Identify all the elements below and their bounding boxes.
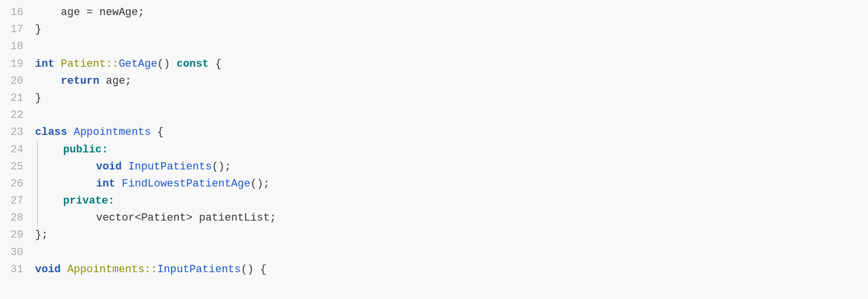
token-text-normal (122, 158, 128, 175)
code-editor: 16171819202122232425262728293031 age = n… (0, 0, 868, 299)
code-line (35, 244, 868, 261)
token-text-normal (61, 261, 67, 278)
code-line: int FindLowestPatientAge(); (35, 175, 868, 192)
token-indent2 (37, 158, 96, 175)
line-number: 31 (8, 261, 27, 278)
line-number: 22 (8, 107, 27, 124)
token-fn-blue: InputPatients (128, 158, 212, 175)
line-number: 18 (8, 38, 27, 55)
token-fn-blue: InputPatients (157, 261, 241, 278)
token-kw-olive: Appointments:: (67, 261, 157, 278)
line-number: 25 (8, 158, 27, 175)
token-kw-teal: private: (63, 192, 115, 209)
code-line: void Appointments::InputPatients() { (35, 261, 868, 278)
line-number: 24 (8, 141, 27, 158)
token-text-normal: vector<Patient> patientList; (96, 209, 276, 226)
token-indent1 (37, 141, 63, 158)
token-text-normal: age = newAge; (61, 4, 145, 21)
line-number: 19 (8, 56, 27, 73)
token-fn-blue: Appointments (74, 124, 151, 141)
token-indent1 (35, 73, 61, 90)
token-text-normal: () (157, 56, 177, 73)
code-line: private: (35, 192, 868, 209)
token-text-normal: () { (241, 261, 267, 278)
code-body[interactable]: age = newAge;} int Patient::GetAge() con… (35, 0, 868, 299)
token-kw-teal: public: (63, 141, 108, 158)
code-line: return age; (35, 73, 868, 90)
token-indent1 (37, 192, 63, 209)
token-indent2 (37, 209, 96, 226)
token-fn-blue: FindLowestPatientAge (122, 175, 250, 192)
code-line: } (35, 90, 868, 107)
line-number-gutter: 16171819202122232425262728293031 (0, 0, 35, 299)
token-kw-blue: return (61, 73, 99, 90)
token-kw-teal: const (176, 56, 208, 73)
code-line: } (35, 21, 868, 38)
line-number: 23 (8, 124, 27, 141)
token-kw-blue: int (35, 56, 55, 73)
token-text-normal: }; (35, 226, 48, 243)
code-line: age = newAge; (35, 4, 868, 21)
token-indent1 (35, 4, 61, 21)
token-text-normal: { (208, 56, 221, 73)
line-number: 29 (8, 226, 27, 243)
token-kw-blue: class (35, 124, 67, 141)
line-number: 17 (8, 21, 27, 38)
token-kw-blue: int (96, 175, 115, 192)
code-line (35, 107, 868, 124)
code-line: int Patient::GetAge() const { (35, 56, 868, 73)
code-line (35, 38, 868, 55)
token-text-normal (115, 175, 122, 192)
line-number: 30 (8, 244, 27, 261)
token-kw-olive: Patient:: (61, 56, 119, 73)
token-fn-blue: GetAge (119, 56, 157, 73)
token-text-normal: } (35, 90, 41, 107)
line-number: 16 (8, 4, 27, 21)
line-number: 21 (8, 90, 27, 107)
token-text-normal: age; (99, 73, 132, 90)
code-line: class Appointments { (35, 124, 868, 141)
token-text-normal: (); (212, 158, 231, 175)
token-text-normal: { (151, 124, 164, 141)
token-text-normal (55, 56, 61, 73)
token-kw-blue: void (35, 261, 61, 278)
code-line: void InputPatients(); (35, 158, 868, 175)
line-number: 27 (8, 192, 27, 209)
code-line: vector<Patient> patientList; (35, 209, 868, 226)
line-number: 20 (8, 73, 27, 90)
token-text-normal (67, 124, 74, 141)
line-number: 28 (8, 209, 27, 226)
token-kw-blue: void (96, 158, 122, 175)
token-indent2 (37, 175, 96, 192)
line-number: 26 (8, 175, 27, 192)
token-text-normal: } (35, 21, 41, 38)
code-line: public: (35, 141, 868, 158)
token-text-normal: (); (250, 175, 270, 192)
code-line: }; (35, 226, 868, 243)
